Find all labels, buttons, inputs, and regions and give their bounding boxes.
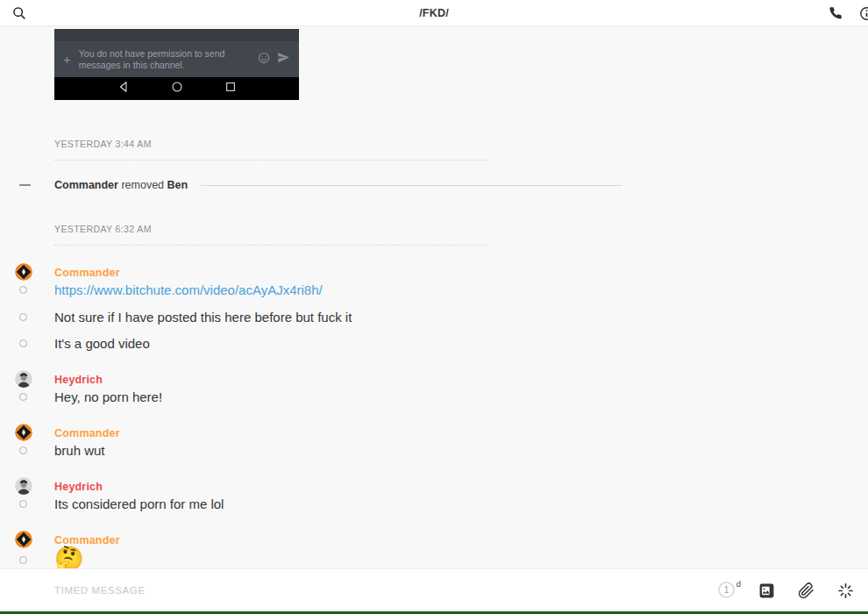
message-text: Not sure if I have posted this here befo… xyxy=(54,310,352,325)
screenshot-android-navbar xyxy=(54,77,299,100)
message-timer-indicator xyxy=(19,393,27,401)
message-list: + You do not have permission to send mes… xyxy=(0,26,868,568)
system-target: Ben xyxy=(167,179,189,191)
date-divider: YESTERDAY 6:32 AM xyxy=(54,224,487,246)
system-message: Commander removed Ben xyxy=(0,178,623,192)
screenshot-input-bar: + You do not have permission to send mes… xyxy=(54,41,299,77)
system-dash-icon xyxy=(19,184,31,186)
message-emoji: 🤔 xyxy=(54,547,84,568)
avatar-commander[interactable] xyxy=(15,263,32,281)
android-home-icon xyxy=(171,81,183,96)
avatar-commander[interactable] xyxy=(15,424,32,441)
date-divider: YESTERDAY 3:44 AM xyxy=(54,139,487,161)
composer-bar: 1 d xyxy=(0,568,868,611)
call-icon[interactable] xyxy=(828,5,843,21)
bitchute-link[interactable]: https://www.bitchute.com/video/acAyAJx4r… xyxy=(54,282,323,297)
author-name[interactable]: Commander xyxy=(54,427,120,439)
message-input[interactable] xyxy=(54,585,718,596)
message-text: Its considered porn for me lol xyxy=(54,496,224,511)
message-timer-indicator xyxy=(19,556,27,564)
info-icon[interactable] xyxy=(858,5,868,21)
screenshot-top-strip xyxy=(54,29,299,41)
system-actor: Commander xyxy=(54,179,118,191)
conversation-title: /FKD/ xyxy=(0,7,868,19)
message-timer-indicator xyxy=(19,286,27,294)
permission-text: You do not have permission to send messa… xyxy=(79,48,258,71)
message-timer-indicator xyxy=(19,339,27,347)
message-text: bruh wut xyxy=(54,443,105,458)
avatar-heydrich[interactable] xyxy=(15,477,32,495)
send-icon xyxy=(277,51,290,68)
message-text: https://www.bitchute.com/video/acAyAJx4r… xyxy=(54,282,323,297)
timed-message-timer-icon[interactable]: 1 d xyxy=(718,582,736,599)
avatar-heydrich[interactable] xyxy=(15,370,32,388)
author-name[interactable]: Commander xyxy=(54,267,120,279)
message-timer-indicator xyxy=(19,500,27,508)
system-action: removed xyxy=(121,179,164,191)
author-name[interactable]: Heydrich xyxy=(54,374,103,386)
emoji-icon xyxy=(258,52,270,68)
image-message-discord-screenshot[interactable]: + You do not have permission to send mes… xyxy=(54,29,299,100)
author-name[interactable]: Heydrich xyxy=(54,481,103,493)
image-attach-icon[interactable] xyxy=(758,582,775,599)
message-text: It's a good video xyxy=(54,336,150,351)
message-text: Hey, no porn here! xyxy=(54,389,162,404)
avatar-commander[interactable] xyxy=(15,531,32,548)
android-recents-icon xyxy=(224,81,237,96)
android-back-icon xyxy=(117,81,130,96)
top-bar: /FKD/ xyxy=(0,0,868,26)
message-timer-indicator xyxy=(19,446,27,454)
paperclip-icon[interactable] xyxy=(798,582,815,599)
ping-burst-icon[interactable] xyxy=(837,582,854,599)
author-name[interactable]: Commander xyxy=(54,534,120,546)
message-timer-indicator xyxy=(19,313,27,321)
system-rule xyxy=(201,185,623,186)
plus-icon: + xyxy=(63,52,71,67)
